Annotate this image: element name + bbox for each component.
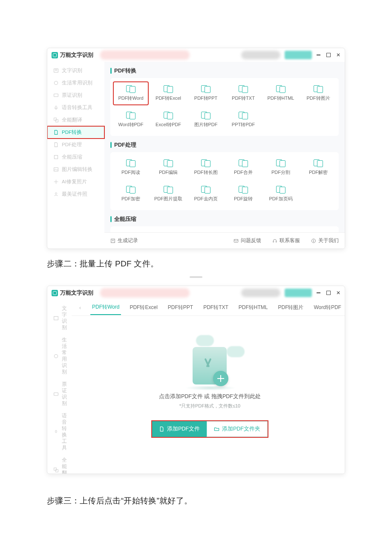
convert-icon xyxy=(314,85,323,93)
bottom-bar: 生成记录 问题反馈 联系客服 关于我们 xyxy=(104,232,345,249)
add-pdf-folder-button[interactable]: 添加PDF文件夹 xyxy=(207,421,268,437)
tab-pdf-to-image[interactable]: PDF转图片 xyxy=(276,301,305,315)
compress-icon xyxy=(53,154,59,160)
tile-ppt-to-pdf[interactable]: PPT转PDF xyxy=(225,108,261,132)
convert-icon xyxy=(276,85,285,93)
convert-icon xyxy=(164,112,173,119)
window-close-icon[interactable] xyxy=(336,291,340,295)
window-maximize-icon[interactable] xyxy=(326,291,331,295)
sidebar-item-label: 文字识别 xyxy=(62,67,82,74)
convert-icon xyxy=(314,159,323,167)
drop-area[interactable]: 点击添加PDF文件 或 拖拽PDF文件到此处 *只支持PDF格式，文件数≤10 … xyxy=(72,316,345,456)
sidebar-item-life[interactable]: 生活常用识别 xyxy=(47,77,104,89)
titlebar-blur-button[interactable] xyxy=(285,289,312,297)
tile-label: PDF加密 xyxy=(121,196,140,202)
translate-icon xyxy=(53,117,59,123)
tile-pdf-merge[interactable]: PDF合并 xyxy=(225,156,261,179)
bottom-about[interactable]: 关于我们 xyxy=(311,237,339,244)
app-title: 万能文字识别 xyxy=(60,289,93,297)
sidebar-item-translate[interactable]: 全能翻译 xyxy=(47,114,104,126)
app-logo: 万能文字识别 xyxy=(47,51,98,59)
tile-excel-to-pdf[interactable]: Excel转PDF xyxy=(150,108,186,132)
tab-word-to-pdf[interactable]: Word转PDF xyxy=(312,301,343,315)
tile-pdf-longimg[interactable]: PDF转长图 xyxy=(188,156,224,179)
life-icon xyxy=(53,80,59,86)
tile-pdf-read[interactable]: PDF阅读 xyxy=(113,156,149,179)
step-2-text: 步骤二：批量上传 PDF 文件。 xyxy=(47,258,345,269)
drop-text: 点击添加PDF文件 或 拖拽PDF文件到此处 xyxy=(159,393,261,400)
tile-pdf-decrypt[interactable]: PDF解密 xyxy=(300,156,336,179)
sidebar-item-translate[interactable]: 全能翻译 xyxy=(47,454,72,474)
sidebar-item-ocr[interactable]: 文字识别 xyxy=(47,64,104,77)
add-pdf-file-button[interactable]: 添加PDF文件 xyxy=(152,421,207,437)
window-minimize-icon[interactable] xyxy=(316,53,321,58)
tab-pdf-to-excel[interactable]: PDF转Excel xyxy=(128,301,159,315)
bottom-support[interactable]: 联系客服 xyxy=(272,237,300,244)
sidebar-item-life[interactable]: 生活常用识别 xyxy=(47,334,72,378)
file-icon xyxy=(159,426,164,432)
svg-rect-11 xyxy=(273,241,274,242)
sidebar-item-compress[interactable]: 全能压缩 xyxy=(47,151,104,163)
sidebar-item-ocr[interactable]: 文字识别 xyxy=(47,302,72,334)
convert-icon xyxy=(239,112,248,119)
folder-icon xyxy=(214,426,219,432)
window-maximize-icon[interactable] xyxy=(326,53,331,58)
audio-icon xyxy=(53,105,59,110)
tile-pdf-to-html[interactable]: PDF转HTML xyxy=(263,81,299,105)
sidebar-item-audio[interactable]: 语音转换工具 xyxy=(47,101,104,114)
tab-pdf-to-html[interactable]: PDF转HTML xyxy=(237,301,270,315)
window-close-icon[interactable] xyxy=(336,53,340,58)
bottom-record[interactable]: 生成记录 xyxy=(110,237,138,244)
convert-icon xyxy=(164,159,173,167)
sidebar-item-airepair[interactable]: AI修复照片 xyxy=(47,176,104,188)
sidebar-item-pdfprocess[interactable]: PDF处理 xyxy=(47,139,104,151)
convert-icon xyxy=(239,159,248,167)
tile-pdf-to-ppt[interactable]: PDF转PPT xyxy=(188,81,224,105)
window-minimize-icon[interactable] xyxy=(316,291,321,295)
pdfprocess-icon xyxy=(53,142,59,147)
sidebar-item-pdfconvert[interactable]: PDF转换 xyxy=(47,126,104,139)
tile-label: PDF转HTML xyxy=(268,95,294,101)
tab-pdf-to-word[interactable]: PDF转Word xyxy=(90,300,121,315)
bottom-feedback[interactable]: 问题反馈 xyxy=(233,237,261,244)
tile-pdf-pagenum[interactable]: PDF加页码 xyxy=(263,182,299,206)
tile-pdf-split[interactable]: PDF分割 xyxy=(263,156,299,179)
sidebar: 文字识别 生活常用识别 票证识别 语音转换工具 全能翻译 PDF转换 PDF处理… xyxy=(47,62,104,249)
sidebar-item-label: 图片编辑转换 xyxy=(62,166,92,173)
sidebar-item-label: 票证识别 xyxy=(62,381,72,407)
sidebar-item-ticket[interactable]: 票证识别 xyxy=(47,378,72,410)
tile-pdf-rotate[interactable]: PDF旋转 xyxy=(225,182,261,206)
tile-pdf-to-image[interactable]: PDF转图片 xyxy=(300,81,336,105)
titlebar-blur-button[interactable] xyxy=(285,51,312,59)
svg-rect-16 xyxy=(54,393,58,396)
sidebar-item-label: 全能翻译 xyxy=(62,457,72,474)
sidebar-item-imgedit[interactable]: 图片编辑转换 xyxy=(47,163,104,176)
tile-image-to-pdf[interactable]: 图片转PDF xyxy=(188,108,224,132)
tile-pdf-to-txt[interactable]: PDF转TXT xyxy=(225,81,261,105)
plus-icon xyxy=(217,375,224,382)
sidebar-item-label: 语音转换工具 xyxy=(62,104,92,111)
sidebar-item-label: 全能翻译 xyxy=(62,117,82,123)
tab-back-icon[interactable]: ‹ xyxy=(77,305,84,311)
convert-icon xyxy=(201,186,210,194)
tile-pdf-to-excel[interactable]: PDF转Excel xyxy=(150,81,186,105)
sidebar-item-label: 全能压缩 xyxy=(62,154,82,160)
svg-rect-10 xyxy=(234,239,238,242)
tile-label: PDF阅读 xyxy=(121,169,140,176)
tile-pdf-edit[interactable]: PDF编辑 xyxy=(150,156,186,179)
tile-word-to-pdf[interactable]: Word转PDF xyxy=(113,108,149,132)
tile-pdf-img-extract[interactable]: PDF图片提取 xyxy=(150,182,186,206)
tile-label: PDF转PPT xyxy=(194,95,217,101)
tab-pdf-to-ppt[interactable]: PDF转PPT xyxy=(166,301,195,315)
tile-pdf-remove-page[interactable]: PDF去内页 xyxy=(188,182,224,206)
convert-icon xyxy=(164,85,173,93)
svg-rect-17 xyxy=(55,430,57,433)
convert-icon xyxy=(239,85,248,93)
text-icon xyxy=(53,315,59,321)
sidebar-item-audio[interactable]: 语音转换工具 xyxy=(47,410,72,454)
tile-pdf-to-word[interactable]: PDF转Word xyxy=(113,81,149,105)
tab-pdf-to-txt[interactable]: PDF转TXT xyxy=(202,301,230,315)
tile-pdf-encrypt[interactable]: PDF加密 xyxy=(113,182,149,206)
sidebar-item-idphoto[interactable]: 最美证件照 xyxy=(47,188,104,200)
sidebar-item-ticket[interactable]: 票证识别 xyxy=(47,89,104,101)
